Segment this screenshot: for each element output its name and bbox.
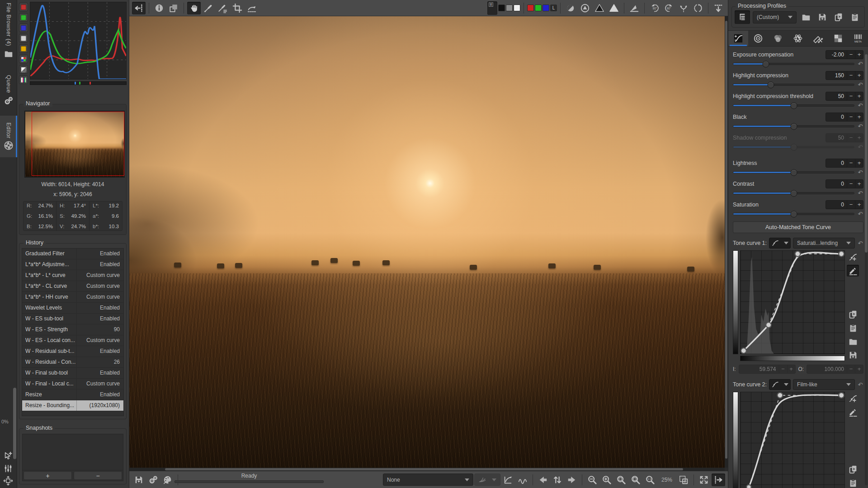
slider-track[interactable] [733, 213, 854, 215]
reset-icon[interactable]: ↶ [857, 240, 863, 247]
add-snapshot-button[interactable]: + [24, 471, 72, 480]
previous-image-button[interactable] [536, 474, 550, 486]
histogram-working-profile-toggle[interactable] [19, 55, 28, 63]
highlight-clipping-button[interactable] [607, 2, 621, 14]
tone-curve-1-type-dropdown[interactable] [769, 238, 791, 249]
slider-thumb[interactable] [763, 61, 769, 67]
zoom-out-button[interactable] [585, 474, 599, 486]
send-to-editor-button[interactable] [161, 474, 175, 486]
tab-file-browser[interactable]: File Browser (4) [0, 3, 17, 70]
tone-curve-1-editor[interactable] [733, 250, 863, 361]
slider-track[interactable] [733, 146, 854, 148]
slider-value[interactable]: 150 [826, 72, 847, 79]
delete-snapshot-button[interactable]: − [74, 471, 122, 480]
tab-raw[interactable] [828, 31, 848, 46]
tab-queue[interactable]: Queue [0, 75, 17, 114]
quick-adjust-icon[interactable] [3, 451, 13, 461]
history-row[interactable]: W - Final - Local c...Custom curve [22, 379, 123, 389]
bg-black-swatch[interactable] [498, 5, 505, 11]
load-profile-button[interactable] [799, 10, 813, 24]
rotate-right-button[interactable] [662, 2, 676, 14]
luminosity-channel-swatch[interactable]: L [550, 5, 557, 11]
histogram-raw-toggle[interactable] [19, 75, 28, 84]
paste-curve-button[interactable] [847, 322, 859, 334]
slider-value[interactable]: 50 [826, 93, 847, 99]
white-balance-picker-button[interactable] [202, 2, 215, 14]
left-strip-scrollbar[interactable] [13, 388, 16, 459]
slider-track[interactable] [733, 171, 854, 174]
histogram-green-toggle[interactable] [19, 13, 28, 22]
history-row[interactable]: Wavelet LevelsEnabled [22, 303, 123, 314]
slider-value[interactable]: -2.00 [826, 52, 847, 58]
tone-curve-2-mode-dropdown[interactable]: Film-like [793, 379, 855, 390]
tab-transform[interactable] [808, 31, 828, 46]
move-resize-icon[interactable] [3, 476, 13, 486]
slider-track[interactable] [733, 63, 854, 65]
navigator-crop-rect[interactable] [32, 112, 124, 176]
copy-curve-button[interactable] [847, 309, 859, 320]
decrement-button[interactable]: − [847, 71, 855, 80]
toggle-left-panel-button[interactable] [132, 2, 146, 14]
copy-curve-button[interactable] [847, 464, 859, 475]
image-canvas[interactable] [129, 16, 728, 471]
mixer-icon[interactable] [3, 464, 13, 474]
image-info-button[interactable] [152, 2, 166, 14]
history-row[interactable]: L*a*b* - CL curveCustom curve [22, 281, 123, 292]
reset-icon[interactable]: ↶ [857, 169, 863, 176]
hand-tool-button[interactable] [187, 2, 201, 14]
slider-thumb[interactable] [790, 190, 797, 197]
reset-icon[interactable]: ↶ [857, 190, 863, 197]
gamut-warning-button[interactable] [501, 474, 515, 486]
histogram-bar-mode-toggle[interactable] [19, 65, 28, 74]
increment-button[interactable]: + [855, 113, 863, 121]
rendering-intent-dropdown[interactable] [474, 474, 500, 486]
auto-matched-tone-curve-button[interactable]: Auto-Matched Tone Curve [733, 221, 863, 233]
gamut-check-button[interactable] [578, 2, 592, 14]
slider-value-box[interactable]: 0−+ [826, 159, 863, 168]
background-color-selector[interactable]: T [487, 1, 497, 15]
slider-value-box[interactable]: 0−+ [826, 113, 863, 122]
partial-profile-button[interactable] [735, 10, 750, 24]
reset-icon[interactable]: ↶ [857, 211, 863, 217]
zoom-fit-button[interactable] [614, 474, 628, 486]
bg-gray-swatch[interactable] [506, 5, 513, 11]
reset-icon[interactable]: ↶ [857, 102, 863, 109]
tone-curve-1-mode-dropdown[interactable]: Saturati...lending [793, 238, 855, 249]
toggle-right-panel-button[interactable] [712, 474, 725, 486]
save-curve-button[interactable] [847, 349, 859, 361]
red-channel-swatch[interactable] [527, 5, 534, 11]
tab-editor[interactable]: Editor [0, 116, 17, 157]
history-row[interactable]: L*a*b* - L* curveCustom curve [22, 270, 123, 281]
slider-thumb[interactable] [790, 123, 797, 130]
reset-icon[interactable]: ↶ [857, 144, 863, 150]
reset-icon[interactable]: ↶ [857, 381, 863, 388]
load-curve-button[interactable] [847, 336, 859, 347]
increment-button[interactable]: + [855, 201, 863, 209]
color-picker-button[interactable] [216, 2, 230, 14]
flip-vertical-button[interactable] [677, 2, 690, 14]
slider-value[interactable]: 0 [826, 181, 847, 187]
add-to-queue-button[interactable] [146, 474, 160, 486]
slider-track[interactable] [733, 84, 854, 86]
soft-proof-button[interactable] [516, 474, 529, 486]
flip-horizontal-button[interactable] [691, 2, 705, 14]
edit-point-button[interactable] [847, 393, 859, 404]
paste-curve-button[interactable] [847, 477, 859, 488]
save-image-button[interactable] [132, 474, 146, 486]
slider-value-box[interactable]: 50−+ [826, 92, 863, 101]
slider-value-box[interactable]: 0−+ [826, 200, 863, 209]
slider-value[interactable]: 0 [826, 160, 847, 166]
histogram-red-toggle[interactable] [19, 3, 28, 11]
history-row[interactable]: L*a*b* Adjustme...Enabled [22, 259, 123, 270]
zoom-in-button[interactable] [600, 474, 613, 486]
shadow-clipping-button[interactable] [593, 2, 606, 14]
angle-select-button[interactable] [627, 2, 641, 14]
paste-profile-button[interactable] [848, 10, 862, 24]
slider-thumb[interactable] [767, 81, 774, 88]
rotate-left-button[interactable] [648, 2, 661, 14]
reset-icon[interactable]: ↶ [857, 81, 863, 88]
slider-track[interactable] [733, 125, 854, 127]
decrement-button[interactable]: − [847, 113, 855, 121]
edit-curve-button[interactable] [847, 265, 859, 277]
crop-tool-button[interactable] [231, 2, 244, 14]
